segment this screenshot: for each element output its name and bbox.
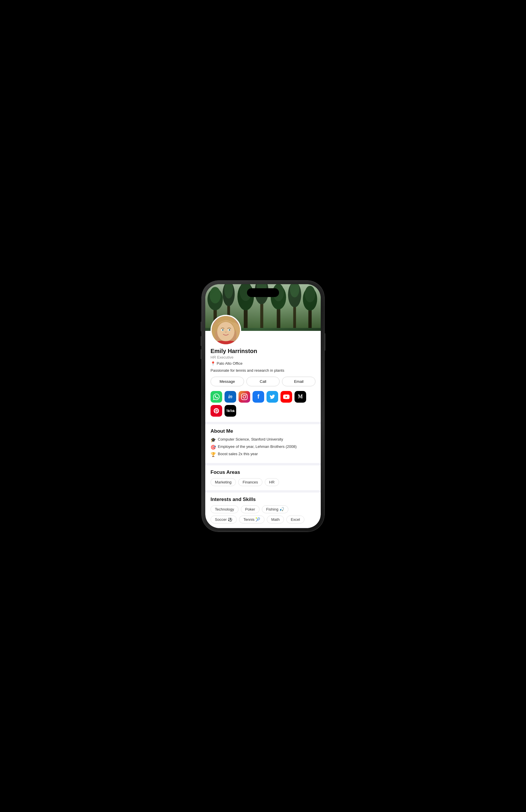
svg-point-27 (222, 329, 224, 331)
facebook-icon[interactable]: f (253, 391, 264, 403)
dynamic-island (247, 288, 279, 297)
message-button[interactable]: Message (211, 377, 244, 386)
call-button[interactable]: Call (246, 377, 280, 386)
avatar (211, 315, 241, 346)
divider-2 (205, 463, 321, 465)
interests-section: Interests and Skills Technology Poker Fi… (205, 493, 321, 527)
focus-tag-2: HR (265, 478, 279, 486)
divider-3 (205, 490, 321, 493)
svg-point-3 (210, 287, 221, 303)
graduation-icon: 🎓 (211, 437, 216, 443)
about-text-1: Employee of the year, Lehman Brothers (2… (218, 444, 297, 449)
divider-4 (205, 527, 321, 528)
user-title: HR Executive (211, 355, 315, 360)
about-item-0: 🎓 Computer Science, Stanford University (211, 437, 315, 443)
interest-tag-1: Poker (241, 505, 259, 513)
user-name: Emily Harrinston (211, 348, 315, 354)
svg-point-28 (229, 329, 230, 331)
interest-tag-5: Math (267, 516, 284, 523)
whatsapp-icon[interactable] (211, 391, 222, 403)
location-text: Palo Alto Office (217, 361, 243, 366)
interest-tag-2: Fishing 🎣 (262, 505, 289, 513)
about-section: About Me 🎓 Computer Science, Stanford Un… (205, 424, 321, 463)
svg-point-24 (217, 322, 235, 342)
instagram-icon[interactable] (239, 391, 250, 403)
target-icon: 🎯 (211, 445, 216, 450)
about-text-2: Boost sales 2x this year (218, 452, 258, 456)
phone-frame: Emily Harrinston HR Executive 📍 Palo Alt… (202, 281, 324, 532)
interest-tag-3: Soccer ⚽ (211, 516, 237, 523)
svg-point-29 (223, 330, 223, 330)
focus-tag-0: Marketing (211, 478, 236, 486)
focus-tags: Marketing Finances HR (211, 478, 315, 486)
interest-tag-0: Technology (211, 505, 239, 513)
email-button[interactable]: Email (282, 377, 315, 386)
action-buttons: Message Call Email (211, 377, 315, 386)
youtube-icon[interactable] (281, 391, 292, 403)
interests-tags: Technology Poker Fishing 🎣 Soccer ⚽ Tenn… (211, 505, 315, 523)
profile-section: Emily Harrinston HR Executive 📍 Palo Alt… (205, 315, 321, 422)
interest-tag-4: Tennis 🎾 (239, 516, 265, 523)
social-row: in f (211, 391, 315, 417)
linkedin-icon[interactable]: in (225, 391, 236, 403)
trophy-icon: 🏆 (211, 452, 216, 457)
svg-point-30 (229, 330, 230, 330)
location-row: 📍 Palo Alto Office (211, 361, 315, 366)
bio-text: Passionate for tennis and research in pl… (211, 368, 315, 373)
about-title: About Me (211, 428, 315, 434)
focus-section: Focus Areas Marketing Finances HR (205, 465, 321, 490)
focus-tag-1: Finances (238, 478, 262, 486)
phone-inner: Emily Harrinston HR Executive 📍 Palo Alt… (205, 284, 321, 528)
phone-screen: Emily Harrinston HR Executive 📍 Palo Alt… (205, 284, 321, 528)
about-item-2: 🏆 Boost sales 2x this year (211, 452, 315, 457)
screen-content[interactable]: Emily Harrinston HR Executive 📍 Palo Alt… (205, 284, 321, 528)
twitter-icon[interactable] (267, 391, 278, 403)
about-text-0: Computer Science, Stanford University (218, 437, 283, 441)
divider-1 (205, 422, 321, 424)
about-item-1: 🎯 Employee of the year, Lehman Brothers … (211, 444, 315, 450)
location-icon: 📍 (211, 361, 215, 366)
tiktok-icon[interactable]: TikTok (225, 405, 236, 417)
interests-title: Interests and Skills (211, 497, 315, 503)
focus-title: Focus Areas (211, 469, 315, 475)
svg-point-21 (305, 286, 315, 302)
medium-icon[interactable]: M (295, 391, 306, 403)
pinterest-icon[interactable] (211, 405, 222, 417)
interest-tag-6: Excel (286, 516, 304, 523)
